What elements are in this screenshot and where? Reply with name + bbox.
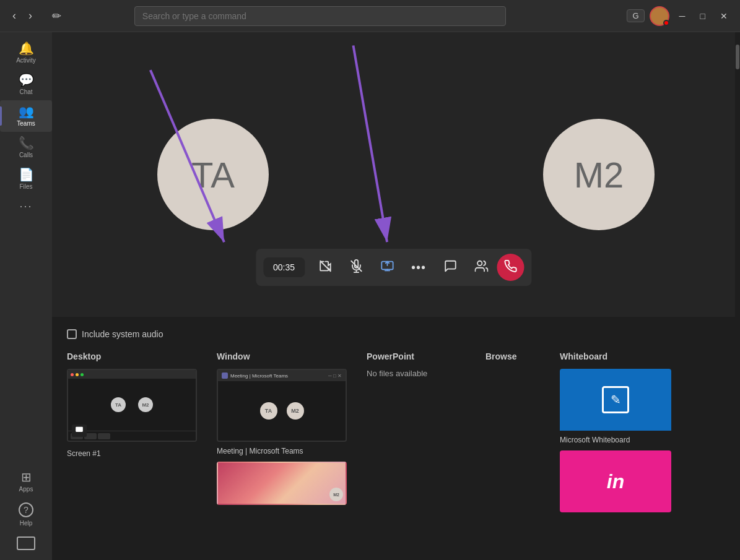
- minimize-button[interactable]: ─: [674, 9, 690, 24]
- screen-taskbar: [68, 431, 196, 441]
- powerpoint-section: PowerPoint No files available: [367, 351, 466, 512]
- sidebar-label-apps: Apps: [19, 486, 33, 493]
- chat-icon: [443, 259, 457, 276]
- teams-window-label: Meeting | Microsoft Teams: [217, 447, 347, 455]
- screen-top-bar: [68, 370, 196, 379]
- activity-icon: 🔔: [19, 42, 34, 54]
- share-header: Include system audio: [67, 329, 720, 339]
- window-header: Meeting | Microsoft Teams ─ □ ✕: [218, 370, 346, 381]
- participant-m2-initials: M2: [574, 154, 624, 196]
- window-section: Window Meeting | Microsoft Teams ─ □ ✕ T…: [217, 351, 347, 512]
- mute-button[interactable]: [341, 254, 372, 281]
- screen1-thumbnail[interactable]: TA M2: [67, 369, 197, 442]
- sidebar-item-calls[interactable]: 📞 Calls: [0, 132, 52, 163]
- window-avatar-m2: M2: [287, 402, 304, 420]
- sidebar-label-chat: Chat: [19, 88, 32, 95]
- whiteboard-icon: [602, 386, 629, 413]
- avatar[interactable]: [650, 6, 669, 26]
- participant-ta-initials: TA: [191, 154, 235, 196]
- help-icon: ?: [19, 502, 33, 517]
- invision-card[interactable]: in: [560, 450, 671, 512]
- teams-window-thumbnail[interactable]: Meeting | Microsoft Teams ─ □ ✕ TA M2: [217, 369, 347, 442]
- main-layout: 🔔 Activity 💬 Chat 👥 Teams 📞 Calls 📄 File…: [0, 32, 740, 560]
- mute-icon: [349, 259, 363, 276]
- screen1-label: Screen #1: [67, 449, 197, 458]
- whiteboard-thumb: [560, 369, 671, 431]
- content-area: TA M2: [52, 32, 735, 560]
- sidebar-item-activity[interactable]: 🔔 Activity: [0, 37, 52, 69]
- teams-logo-mini: [222, 373, 228, 379]
- share-screen-icon: [380, 259, 394, 276]
- window-title: Window: [217, 351, 347, 361]
- sidebar-item-files[interactable]: 📄 Files: [0, 163, 52, 195]
- window-content: TA M2: [218, 381, 346, 441]
- call-timer: 00:35: [263, 257, 305, 277]
- sidebar-item-help[interactable]: ? Help: [0, 498, 52, 532]
- share-screen-button[interactable]: [372, 254, 403, 281]
- video-off-icon: [318, 259, 332, 276]
- apps-icon: ⊞: [21, 471, 32, 483]
- more-icon: ···: [19, 200, 32, 213]
- scrollbar-thumb: [736, 45, 739, 69]
- files-icon: 📄: [19, 168, 34, 181]
- sidebar-bottom: ⊞ Apps ? Help: [0, 466, 52, 555]
- desktop-title: Desktop: [67, 351, 197, 361]
- include-audio-checkbox[interactable]: [67, 329, 77, 339]
- tenant-selector[interactable]: G: [627, 9, 644, 22]
- video-off-button[interactable]: [310, 254, 341, 281]
- dot-red: [71, 373, 74, 376]
- device-icon: [17, 536, 35, 550]
- close-button[interactable]: ✕: [715, 9, 733, 24]
- include-audio-label[interactable]: Include system audio: [67, 329, 163, 339]
- dot-yellow: [76, 373, 79, 376]
- teams-window-preview: Meeting | Microsoft Teams ─ □ ✕ TA M2: [218, 370, 346, 441]
- forward-button[interactable]: ›: [24, 7, 37, 25]
- chat-icon: 💬: [19, 74, 34, 86]
- end-call-button[interactable]: [497, 254, 524, 281]
- window-avatar-ta: TA: [260, 402, 277, 420]
- browse-title[interactable]: Browse: [485, 351, 535, 361]
- call-area: TA M2: [52, 32, 735, 317]
- svg-line-3: [353, 46, 387, 243]
- third-thumb-avatar: M2: [329, 488, 343, 501]
- right-scrollbar[interactable]: [735, 32, 740, 560]
- compose-button[interactable]: ✏: [47, 7, 66, 25]
- sidebar-item-chat[interactable]: 💬 Chat: [0, 69, 52, 100]
- call-controls: 00:35: [256, 249, 531, 286]
- maximize-button[interactable]: □: [695, 9, 710, 24]
- more-options-icon: •••: [411, 261, 426, 275]
- share-panel: Include system audio Desktop: [52, 317, 735, 560]
- sidebar-item-device[interactable]: [0, 532, 52, 555]
- back-button[interactable]: ‹: [7, 7, 21, 25]
- dot-green: [81, 373, 84, 376]
- search-input[interactable]: [134, 6, 506, 26]
- microsoft-whiteboard-card[interactable]: Microsoft Whiteboard: [560, 369, 671, 444]
- sidebar-label-teams: Teams: [17, 120, 35, 127]
- teams-icon: 👥: [19, 105, 34, 118]
- participant-avatar-m2: M2: [543, 119, 655, 230]
- sidebar-item-more[interactable]: ···: [0, 195, 52, 218]
- sidebar-item-teams[interactable]: 👥 Teams: [0, 100, 52, 132]
- third-thumbnail[interactable]: M2: [217, 462, 347, 505]
- nav-buttons: ‹ ›: [7, 7, 37, 25]
- participant-avatar-ta: TA: [157, 119, 269, 230]
- powerpoint-title: PowerPoint: [367, 351, 466, 361]
- chat-button[interactable]: [435, 254, 466, 281]
- sidebar: 🔔 Activity 💬 Chat 👥 Teams 📞 Calls 📄 File…: [0, 32, 52, 560]
- end-call-icon: [503, 259, 517, 276]
- sidebar-label-files: Files: [19, 183, 32, 190]
- sidebar-item-apps[interactable]: ⊞ Apps: [0, 466, 52, 498]
- title-bar: ‹ › ✏ G ─ □ ✕: [0, 0, 740, 32]
- taskbar-item-3: [98, 433, 110, 439]
- screen-content: TA M2: [68, 379, 196, 431]
- include-audio-text: Include system audio: [82, 329, 163, 339]
- whiteboard-title: Whiteboard: [560, 351, 671, 361]
- more-options-button[interactable]: •••: [403, 256, 435, 280]
- screen-avatar-ta: TA: [111, 397, 126, 412]
- third-thumb-content: M2: [218, 463, 346, 504]
- invision-thumb: in: [560, 450, 671, 512]
- sidebar-label-activity: Activity: [16, 57, 36, 64]
- screen-avatar-m2: M2: [138, 397, 153, 412]
- people-button[interactable]: [466, 254, 497, 281]
- whiteboard-section: Whiteboard Microsoft Whiteboard in: [560, 351, 671, 512]
